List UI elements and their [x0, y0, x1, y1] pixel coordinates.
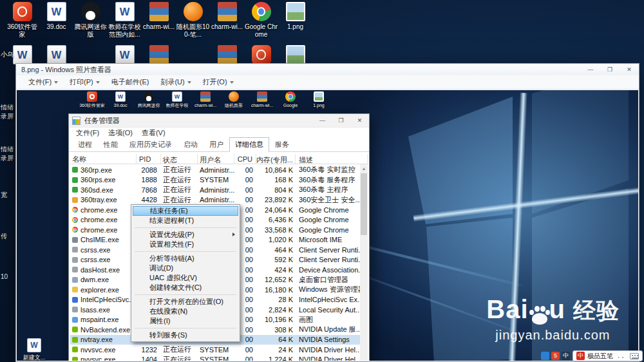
process-description: NVIDIA Update 服...	[296, 325, 360, 334]
desktop-icon-8[interactable]: Google Chrome	[244, 2, 278, 39]
ime-name: 极品五笔	[587, 352, 613, 361]
tab-用户[interactable]: 用户	[204, 137, 229, 152]
column-header-1[interactable]: 名称	[70, 154, 137, 164]
desktop-icon-row2-2[interactable]	[39, 45, 73, 64]
process-name-cell: nvvsvc.exe	[70, 346, 137, 354]
ime-bar[interactable]: 中 极品五笔 ，。	[573, 350, 643, 361]
tab-服务[interactable]: 服务	[269, 137, 295, 152]
context-menu-item-4[interactable]: 设置优先级(P)	[131, 230, 240, 240]
process-description: NVIDIA Driver Hel...	[296, 356, 360, 361]
mini-icon-label: 腾讯网迷你	[135, 103, 163, 108]
process-row[interactable]: 360rp.exe2088正在运行Administr...0010,864 K3…	[70, 165, 360, 175]
process-memory: 10,864 K	[256, 166, 296, 174]
tab-应用历史记录[interactable]: 应用历史记录	[124, 137, 178, 152]
scrollbar[interactable]: ▲ ▼	[360, 164, 368, 361]
tab-启动[interactable]: 启动	[178, 137, 204, 152]
tm-maximize-button[interactable]: ❐	[332, 114, 350, 127]
context-menu-item-8[interactable]: 调试(D)	[131, 263, 240, 273]
qq-icon	[81, 2, 100, 21]
viewer-titlebar[interactable]: 8.png - Windows 照片查看器 — ❐ ✕	[16, 64, 639, 75]
process-name-cell: chrome.exe	[70, 216, 137, 224]
mini-icon-label: Google	[276, 103, 305, 108]
tab-性能[interactable]: 性能	[98, 137, 124, 152]
context-menu-item-16[interactable]: 转到服务(S)	[131, 330, 240, 340]
desktop-icon-6[interactable]: 随机圆形100-笔...	[176, 2, 210, 39]
context-menu-item-10[interactable]: 创建转储文件(C)	[131, 283, 240, 292]
viewer-menu-item-3[interactable]: 电子邮件(E)	[106, 75, 155, 89]
process-table-header: 名称PID状态用户名CPU内存(专用...描述	[70, 154, 368, 164]
process-row[interactable]: nvvsvc.exe1404正在运行SYSTEM001,224 KNVIDIA …	[70, 355, 360, 361]
left-desktop-label: 小乌	[1, 50, 14, 59]
tray-icon-3[interactable]: 中	[562, 352, 570, 360]
rar-icon	[257, 91, 267, 102]
process-name-cell: explorer.exe	[70, 286, 137, 294]
photo-mini-icon-1: 360软件管家	[78, 91, 106, 108]
scroll-up-icon[interactable]: ▲	[360, 164, 368, 173]
maximize-button[interactable]: ❐	[600, 64, 620, 75]
process-memory: 33,568 K	[256, 226, 296, 234]
viewer-menu-item-5[interactable]: 打开(O)	[197, 75, 240, 89]
context-menu-item-1[interactable]: 结束任务(E)	[133, 206, 238, 216]
process-row[interactable]: 360rps.exe1888正在运行SYSTEM00168 K360杀毒 服务程…	[70, 175, 360, 186]
close-button[interactable]: ✕	[620, 64, 639, 75]
scrollbar-thumb[interactable]	[361, 173, 367, 235]
mini-icon-label: 教师在学校	[163, 103, 191, 108]
keyboard-icon[interactable]	[630, 353, 639, 359]
task-manager-tabs: 进程性能应用历史记录启动用户详细信息服务	[69, 138, 369, 152]
desktop-icon-4[interactable]: 教师在学校范围内如...	[108, 2, 142, 39]
minimize-button[interactable]: —	[581, 64, 600, 75]
tray-icon-2[interactable]: 5	[551, 352, 560, 360]
context-menu-item-14[interactable]: 属性(I)	[131, 316, 240, 326]
process-name: chrome.exe	[80, 226, 117, 234]
process-name: nvvsvc.exe	[80, 356, 115, 361]
rar-icon	[200, 91, 211, 102]
desktop-icon-2[interactable]: 39.doc	[39, 2, 73, 39]
desktop-icon-row2-8[interactable]	[244, 45, 278, 64]
desktop-icon-row2-4[interactable]	[108, 45, 142, 64]
mini-icon-label: 1.png	[305, 103, 333, 108]
ime-mode-icon[interactable]: 中	[576, 352, 585, 360]
desktop-icon-7[interactable]: charm-wi...	[210, 2, 244, 39]
process-row[interactable]: 360tray.exe4428正在运行Administr...0023,892 …	[70, 195, 360, 205]
column-header-4[interactable]: 用户名	[198, 154, 234, 164]
context-menu-item-13[interactable]: 在线搜索(N)	[131, 307, 240, 316]
column-header-7[interactable]: 描述	[296, 154, 368, 164]
system-tray: 5中 中 极品五笔 ，。	[541, 350, 643, 361]
viewer-menu-item-2[interactable]: 打印(P)	[64, 75, 106, 89]
context-menu-item-12[interactable]: 打开文件所在的位置(O)	[131, 297, 240, 307]
viewer-menu-item-4[interactable]: 刻录(U)	[155, 75, 196, 89]
process-row[interactable]: 360sd.exe7868正在运行Administr...00804 K360杀…	[70, 185, 360, 195]
desktop-icon-3[interactable]: 腾讯网迷你版	[73, 2, 108, 39]
tm-close-button[interactable]: ✕	[350, 114, 369, 127]
dropdown-arrow-icon	[54, 81, 58, 84]
column-header-6[interactable]: 内存(专用...	[256, 154, 296, 164]
process-row[interactable]: nvvsvc.exe1232正在运行SYSTEM0024 KNVIDIA Dri…	[70, 345, 360, 355]
column-header-2[interactable]: PID	[137, 154, 161, 164]
viewer-menu-item-1[interactable]: 文件(F)	[23, 75, 64, 89]
process-name-cell: chrome.exe	[70, 206, 137, 214]
process-user: Administr...	[198, 166, 234, 174]
column-header-3[interactable]: 状态	[161, 154, 198, 164]
ime-punctuation-toggle[interactable]: ，。	[616, 352, 627, 360]
tab-进程[interactable]: 进程	[72, 137, 98, 152]
tm-minimize-button[interactable]: —	[313, 114, 332, 127]
desktop-icon-row2-7[interactable]	[210, 45, 244, 64]
context-menu-item-5[interactable]: 设置相关性(F)	[131, 240, 240, 249]
desktop-icon-5[interactable]: charm-wi...	[142, 2, 176, 39]
tray-icon-1[interactable]	[541, 352, 549, 360]
process-memory: 6,436 K	[256, 216, 296, 224]
context-menu-item-7[interactable]: 分析等待链(A)	[131, 254, 240, 263]
context-menu-item-9[interactable]: UAC 虚拟化(V)	[131, 273, 240, 283]
process-description: Google Chrome	[296, 206, 360, 214]
tab-详细信息[interactable]: 详细信息	[229, 137, 269, 152]
process-name: 360rp.exe	[80, 166, 112, 174]
column-header-5[interactable]: CPU	[234, 154, 256, 164]
context-menu-item-2[interactable]: 结束进程树(T)	[131, 216, 240, 225]
desktop-icons-row2	[5, 45, 312, 64]
desktop-icon-row2-6	[176, 45, 210, 64]
task-manager-titlebar[interactable]: 任务管理器 — ❐ ✕	[69, 114, 369, 128]
desktop-icon-9[interactable]: 1.png	[278, 2, 312, 39]
desktop-icon-row2-5[interactable]	[142, 45, 176, 64]
desktop-icon-1[interactable]: 360软件管家	[5, 2, 39, 39]
desktop-icon-row2-9[interactable]	[278, 45, 312, 64]
